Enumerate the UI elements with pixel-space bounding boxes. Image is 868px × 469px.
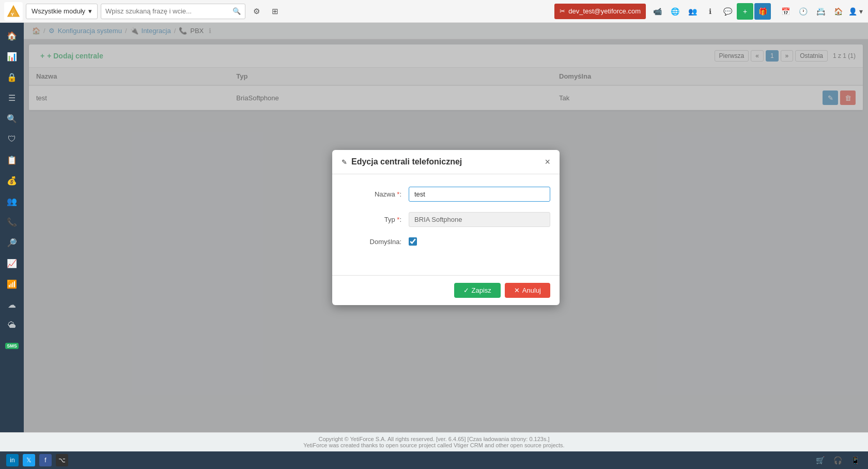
sidebar-item-dashboard[interactable]: 📊 bbox=[2, 47, 22, 66]
cart-icon[interactable]: 🛒 bbox=[813, 453, 827, 467]
home-icon-btn[interactable]: 🏠 bbox=[830, 3, 846, 20]
modules-label: Wszystkie moduły bbox=[32, 7, 85, 15]
users-icon-btn[interactable]: 👥 bbox=[684, 3, 701, 20]
footer-credits: YetiForce was created thanks to open sou… bbox=[8, 442, 860, 448]
email-text: dev_test@yetiforce.com bbox=[568, 7, 641, 15]
sidebar-item-analytics[interactable]: 📈 bbox=[2, 253, 22, 273]
chat-icon-btn[interactable]: 💬 bbox=[719, 3, 736, 20]
sidebar-item-home[interactable]: 🏠 bbox=[2, 26, 22, 46]
globe-icon-btn[interactable]: 🌐 bbox=[667, 3, 683, 20]
modal-header: ✎ Edycja centrali telefonicznej × bbox=[332, 150, 560, 174]
form-row-nazwa: Nazwa *: bbox=[342, 187, 550, 202]
topbar: Y Wszystkie moduły ▾ 🔍 ⚙ ⊞ ✂ dev_test@ye… bbox=[0, 0, 868, 23]
calendar-icon-btn[interactable]: 📅 bbox=[777, 3, 794, 20]
footer-copyright: Copyright © YetiForce S.A. All rights re… bbox=[8, 436, 860, 442]
history-icon-btn[interactable]: 🕐 bbox=[795, 3, 811, 20]
sidebar-item-phone[interactable]: 📞 bbox=[2, 212, 22, 232]
sidebar-item-cloud2[interactable]: 🌥 bbox=[2, 315, 22, 335]
footer-bottom: in 𝕏 f ⌥ 🛒 🎧 📱 bbox=[0, 451, 868, 469]
footer-social-icons: in 𝕏 f ⌥ bbox=[6, 454, 68, 466]
facebook-icon[interactable]: f bbox=[39, 454, 52, 466]
cancel-label: Anuluj bbox=[522, 286, 541, 294]
modal-title-icon: ✎ bbox=[342, 158, 347, 166]
content-area: 🏠 / ⚙ Konfiguracja systemu / 🔌 Integracj… bbox=[24, 23, 868, 432]
footer-right-icons: 🛒 🎧 📱 bbox=[813, 453, 862, 467]
x-icon: ✕ bbox=[514, 286, 520, 294]
sidebar-item-list[interactable]: ☰ bbox=[2, 88, 22, 108]
svg-text:Y: Y bbox=[11, 11, 14, 17]
settings-icon-btn[interactable]: ⚙ bbox=[249, 4, 264, 19]
required-star: * bbox=[397, 190, 399, 198]
sidebar-item-bars[interactable]: 📶 bbox=[2, 274, 22, 294]
linkedin-icon[interactable]: in bbox=[6, 454, 19, 466]
contacts-icon-btn[interactable]: 📇 bbox=[812, 3, 829, 20]
chevron-down-icon: ▾ bbox=[88, 7, 92, 15]
github-icon[interactable]: ⌥ bbox=[56, 454, 68, 466]
required-star2: * bbox=[397, 216, 399, 223]
modal-overlay: ✎ Edycja centrali telefonicznej × Nazwa … bbox=[24, 23, 868, 432]
sidebar-item-shield[interactable]: 🛡 bbox=[2, 129, 22, 149]
right-icons: 📹 🌐 👥 ℹ 💬 + 🎁 📅 🕐 📇 🏠 👤 ▾ bbox=[649, 3, 864, 20]
save-button[interactable]: ✓ Zapisz bbox=[454, 283, 501, 298]
headset-icon[interactable]: 🎧 bbox=[831, 453, 844, 467]
cancel-button[interactable]: ✕ Anuluj bbox=[505, 283, 550, 298]
sidebar-item-lock[interactable]: 🔒 bbox=[2, 67, 22, 87]
sidebar-item-cloud[interactable]: ☁ bbox=[2, 295, 22, 314]
edit-modal: ✎ Edycja centrali telefonicznej × Nazwa … bbox=[332, 150, 560, 305]
nazwa-input[interactable] bbox=[409, 187, 550, 202]
search-box[interactable]: 🔍 bbox=[101, 4, 245, 19]
sidebar-item-sms[interactable]: SMS bbox=[2, 336, 22, 356]
grid-icon-btn[interactable]: ⊞ bbox=[267, 4, 283, 19]
info-icon-btn[interactable]: ℹ bbox=[702, 3, 718, 20]
search-input[interactable] bbox=[105, 7, 229, 15]
twitter-icon[interactable]: 𝕏 bbox=[23, 454, 35, 466]
modules-dropdown[interactable]: Wszystkie moduły ▾ bbox=[26, 4, 98, 19]
nazwa-label: Nazwa *: bbox=[342, 190, 409, 198]
gift-icon-btn[interactable]: 🎁 bbox=[754, 3, 771, 20]
modal-close-button[interactable]: × bbox=[545, 157, 550, 167]
search-icon: 🔍 bbox=[233, 7, 241, 15]
domyslna-checkbox[interactable] bbox=[409, 237, 417, 246]
footer: Copyright © YetiForce S.A. All rights re… bbox=[0, 432, 868, 451]
form-row-domyslna: Domyślna: bbox=[342, 237, 550, 246]
user-icon-btn[interactable]: 👤 ▾ bbox=[847, 3, 864, 20]
sidebar-item-money[interactable]: 💰 bbox=[2, 171, 22, 190]
phone-footer-icon[interactable]: 📱 bbox=[848, 453, 862, 467]
typ-label: Typ *: bbox=[342, 216, 409, 223]
scissors-icon: ✂ bbox=[560, 7, 565, 15]
sidebar-item-reports[interactable]: 📋 bbox=[2, 150, 22, 170]
user-email-display[interactable]: ✂ dev_test@yetiforce.com bbox=[554, 4, 646, 19]
domyslna-label: Domyślna: bbox=[342, 238, 409, 246]
form-row-typ: Typ *: bbox=[342, 212, 550, 227]
add-icon-btn[interactable]: + bbox=[737, 3, 753, 20]
video-icon-btn[interactable]: 📹 bbox=[649, 3, 665, 20]
typ-input bbox=[409, 212, 550, 227]
save-label: Zapisz bbox=[472, 286, 491, 294]
sidebar: 🏠 📊 🔒 ☰ 🔍 🛡 📋 💰 👥 📞 🔎 📈 📶 ☁ 🌥 SMS bbox=[0, 23, 24, 432]
modal-footer: ✓ Zapisz ✕ Anuluj bbox=[332, 275, 560, 305]
main-layout: 🏠 📊 🔒 ☰ 🔍 🛡 📋 💰 👥 📞 🔎 📈 📶 ☁ 🌥 SMS 🏠 / ⚙ … bbox=[0, 23, 868, 432]
modal-title: Edycja centrali telefonicznej bbox=[351, 157, 540, 167]
sidebar-item-users[interactable]: 👥 bbox=[2, 191, 22, 211]
sidebar-item-search[interactable]: 🔍 bbox=[2, 109, 22, 128]
logo: Y bbox=[4, 2, 23, 21]
checkmark-icon: ✓ bbox=[463, 286, 469, 294]
sidebar-item-search2[interactable]: 🔎 bbox=[2, 233, 22, 252]
modal-body: Nazwa *: Typ *: bbox=[332, 174, 560, 275]
sms-badge: SMS bbox=[5, 343, 19, 349]
